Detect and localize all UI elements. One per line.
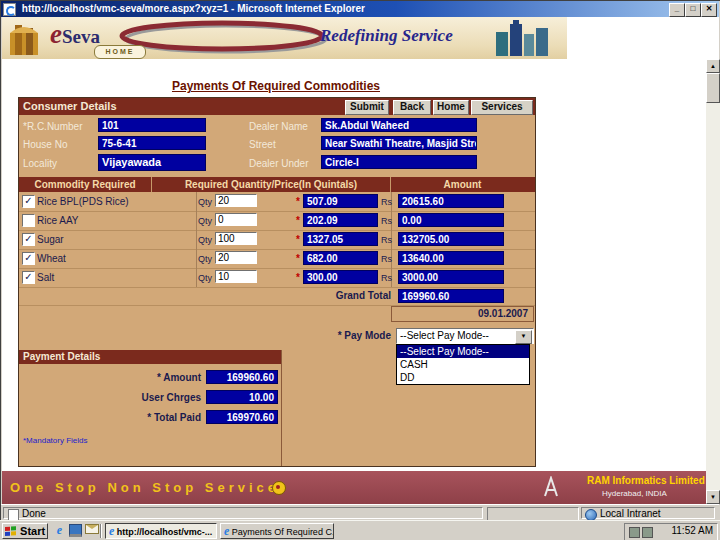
rs-label: Rs [381,235,392,245]
price-field[interactable]: 202.09 [303,213,378,227]
amount-label: * Amount [99,372,201,383]
required-asterisk: * [296,272,300,283]
show-desktop-icon[interactable] [68,524,83,538]
user-charges-field[interactable]: 10.00 [206,390,278,404]
submit-button[interactable]: Submit [345,100,389,115]
commodity-checkbox[interactable]: ✓ [22,252,35,265]
check-icon: ✓ [24,195,32,206]
mandatory-fields-note: *Mandatory Fields [23,436,87,445]
rc-number-field[interactable]: 101 [98,118,206,132]
rs-label: Rs [381,273,392,283]
status-panel-spacer [487,507,579,521]
amount-field[interactable]: 20615.60 [398,194,504,208]
clock: 11:52 AM [671,524,713,538]
start-button[interactable]: Start [2,523,48,539]
scroll-down-button[interactable]: ▼ [706,490,720,504]
footer-bar: One Stop Non Stop Service RAM Informatic… [2,471,706,504]
total-paid-field[interactable]: 169970.60 [206,410,278,424]
vertical-scrollbar[interactable]: ▲ ▼ [706,59,720,504]
windows-logo-icon [5,526,17,537]
locality-field[interactable]: Vijayawada [98,154,206,171]
maximize-button[interactable]: □ [685,3,701,17]
locality-label: Locality [23,156,57,171]
back-button[interactable]: Back [393,100,431,115]
eseva-banner: eSeva Redefining Service HOME [2,17,567,59]
price-field[interactable]: 1327.05 [303,232,378,246]
ie-icon: e [57,523,62,537]
rc-number-label: *R.C.Number [23,119,82,134]
dropdown-option[interactable]: CASH [397,358,529,371]
taskbar-task-localhost[interactable]: e http://localhost/vmc-... [105,523,217,539]
dealer-under-field[interactable]: Circle-I [321,155,477,169]
scrollbar-thumb[interactable] [706,73,720,103]
commodity-name: Salt [37,272,54,283]
house-no-field[interactable]: 75-6-41 [98,136,206,150]
task-label: Payments Of Required C... [232,527,334,537]
amount-field[interactable]: 132705.00 [398,232,504,246]
price-field[interactable]: 507.09 [303,194,378,208]
commodity-name: Rice BPL(PDS Rice) [37,196,129,207]
user-charges-label: User Chrges [99,392,201,403]
payment-details-header: Payment Details [19,350,281,364]
commodity-table-header: Commodity Required Required Quantity/Pri… [19,177,535,192]
network-icon[interactable] [642,527,653,538]
street-field[interactable]: Near Swathi Theatre, Masjid Stret [321,136,477,150]
pay-mode-label: * Pay Mode [299,330,391,341]
commodity-checkbox[interactable]: ✓ [22,271,35,284]
eseva-logo-icon [6,19,44,57]
zone-text: Local Intranet [600,508,661,519]
security-zone-panel: Local Intranet [581,507,715,519]
ie-icon: e [224,524,229,538]
dealer-under-label: Dealer Under [249,156,308,171]
amount-field[interactable]: 0.00 [398,213,504,227]
pay-mode-dropdown-list: --Select Pay Mode-- CASH DD [396,344,530,385]
brand-rest: Seva [62,26,100,47]
rs-label: Rs [381,254,392,264]
qty-input[interactable] [215,232,257,245]
qty-input[interactable] [215,270,257,283]
amount-field[interactable]: 3000.00 [398,270,504,284]
taskbar-task-payments[interactable]: e Payments Of Required C... [220,523,334,539]
qty-input[interactable] [215,251,257,264]
commodity-row: ✓ Sugar Qty * 1327.05 Rs 132705.00 [19,230,535,250]
col-commodity-required: Commodity Required [19,177,152,192]
status-bar: Done Local Intranet [1,504,719,521]
dropdown-option[interactable]: DD [397,371,529,384]
commodity-row: ✓ Rice BPL(PDS Rice) Qty * 507.09 Rs 206… [19,192,535,212]
minimize-button[interactable]: _ [669,3,685,17]
services-button[interactable]: Services [471,100,533,115]
scroll-up-button[interactable]: ▲ [706,59,720,73]
price-field[interactable]: 300.00 [303,270,378,284]
dealer-name-label: Dealer Name [249,119,308,134]
commodity-checkbox[interactable]: ✓ [22,195,35,208]
price-field[interactable]: 682.00 [303,251,378,265]
date-cell: 09.01.2007 [391,306,534,322]
combobox-arrow-button[interactable]: ▼ [515,330,532,344]
pay-mode-select[interactable]: --Select Pay Mode-- ▼ [396,328,534,344]
home-button[interactable]: HOME [94,45,146,59]
col-amount: Amount [391,177,534,192]
ie-quicklaunch-icon[interactable]: e [52,524,67,538]
payment-amount-field[interactable]: 169960.60 [206,370,278,384]
qty-label: Qty [198,197,212,207]
banner-tagline: Redefining Service [320,26,453,46]
close-button[interactable]: ✕ [701,3,717,17]
volume-icon[interactable] [629,527,640,538]
scroll-up-icon: ▲ [710,63,716,69]
service-badge-icon [272,481,286,495]
dropdown-option[interactable]: --Select Pay Mode-- [397,345,529,358]
mail-icon[interactable] [84,524,99,538]
amount-field[interactable]: 13640.00 [398,251,504,265]
dealer-name-field[interactable]: Sk.Abdul Waheed [321,118,477,132]
commodity-checkbox[interactable] [22,214,35,227]
footer-company: RAM Informatics Limited [587,475,705,486]
qty-input[interactable] [215,194,257,207]
qty-label: Qty [198,216,212,226]
chevron-down-icon: ▼ [521,333,527,339]
footer-location: Hyderabad, INDIA [602,489,667,498]
street-label: Street [249,137,276,152]
commodity-checkbox[interactable]: ✓ [22,233,35,246]
qty-input[interactable] [215,213,257,226]
commodity-name: Sugar [37,234,64,245]
home-nav-button[interactable]: Home [433,100,469,115]
